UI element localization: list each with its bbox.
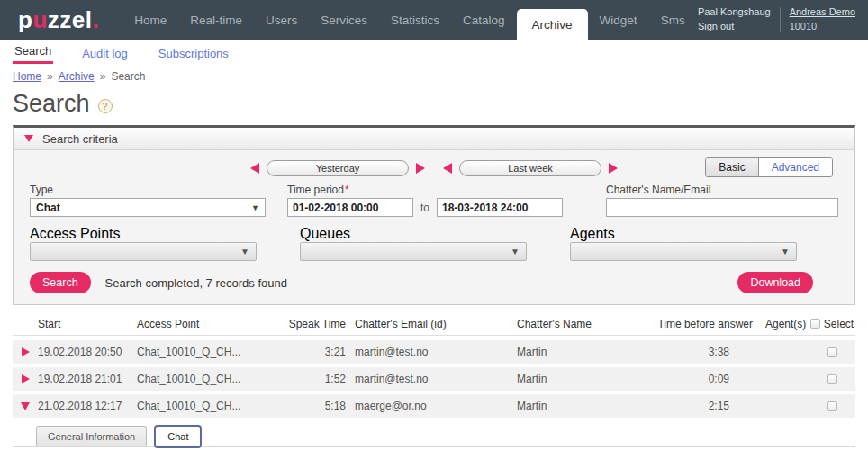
type-select-value: Chat: [36, 202, 60, 214]
table-row[interactable]: 19.02.2018 21:01Chat_10010_Q_CH...1:52ma…: [13, 367, 855, 391]
breadcrumb-archive[interactable]: Archive: [59, 70, 95, 83]
cell-speak-time: 1:52: [283, 373, 346, 385]
basic-mode-button[interactable]: Basic: [706, 158, 758, 176]
nav-item-archive[interactable]: Archive: [517, 9, 588, 40]
breadcrumb-separator: »: [100, 70, 106, 83]
type-label: Type: [30, 184, 266, 196]
cell-chatter-name: Martin: [517, 346, 652, 358]
user-divider: [780, 7, 781, 32]
type-select[interactable]: Chat ▼: [30, 198, 266, 217]
last-week-button[interactable]: Last week: [459, 160, 601, 176]
cell-chatter-name: Martin: [517, 400, 652, 412]
sub-nav: SearchAudit logSubscriptions: [0, 40, 868, 64]
results-table: StartAccess PointSpeak TimeChatter's Ema…: [13, 312, 855, 450]
tab-chat[interactable]: Chat: [154, 425, 202, 448]
subnav-item-audit-log[interactable]: Audit log: [80, 44, 130, 64]
chatter-label: Chatter's Name/Email: [606, 184, 838, 196]
cell-time-before-answer: 3:38: [652, 346, 753, 358]
tab-general-information[interactable]: General Information: [36, 426, 147, 446]
cell-access-point: Chat_10010_Q_CH...: [137, 400, 283, 412]
user-name: Paal Kongshaug: [698, 5, 771, 20]
row-checkbox[interactable]: [827, 401, 837, 411]
prev-week-arrow-icon[interactable]: [443, 163, 452, 174]
cell-chatter-email: maerge@or.no: [346, 400, 517, 412]
nav-item-real-time[interactable]: Real-time: [178, 0, 254, 40]
access-points-label: Access Points: [30, 226, 120, 241]
customer-link[interactable]: Andreas Demo: [790, 6, 855, 17]
nav-item-statistics[interactable]: Statistics: [379, 0, 451, 40]
nav-item-sms[interactable]: Sms: [649, 0, 697, 40]
required-mark: *: [345, 184, 349, 196]
cell-start: 21.02.2018 12:17: [38, 400, 137, 412]
next-day-arrow-icon[interactable]: [416, 163, 425, 174]
nav-item-catalog[interactable]: Catalog: [451, 0, 517, 40]
nav-item-users[interactable]: Users: [254, 0, 309, 40]
table-row[interactable]: 21.02.2018 12:17Chat_10010_Q_CH...5:18ma…: [13, 394, 855, 418]
chevron-down-icon: ▼: [781, 247, 790, 256]
search-criteria-panel: Search criteria Yesterday Last week Basi…: [13, 125, 855, 305]
logo-text: p: [18, 6, 32, 34]
help-icon[interactable]: ?: [98, 99, 113, 113]
search-status: Search completed, 7 records found: [105, 276, 287, 290]
yesterday-button[interactable]: Yesterday: [267, 160, 409, 176]
advanced-mode-button[interactable]: Advanced: [759, 158, 832, 176]
expand-row-icon[interactable]: [22, 347, 30, 356]
prev-day-arrow-icon[interactable]: [250, 163, 259, 174]
expanded-row-detail: General InformationChatThis chat log is …: [13, 421, 855, 450]
criteria-header[interactable]: Search criteria: [14, 128, 854, 150]
cell-speak-time: 3:21: [283, 346, 346, 358]
column-header-time-before-answer: Time before answer: [652, 318, 753, 330]
expand-row-icon[interactable]: [22, 374, 30, 383]
nav-item-widget[interactable]: Widget: [588, 0, 649, 40]
column-header-chatter-s-name: Chatter's Name: [517, 318, 652, 330]
cell-time-before-answer: 2:15: [652, 400, 753, 412]
to-label: to: [420, 202, 429, 214]
time-to-input[interactable]: [437, 198, 563, 217]
cell-start: 19.02.2018 20:50: [38, 346, 137, 358]
collapse-row-icon[interactable]: [21, 402, 30, 410]
cell-access-point: Chat_10010_Q_CH...: [137, 346, 283, 358]
top-nav: puzzel. HomeReal-timeUsersServicesStatis…: [0, 0, 868, 40]
agents-label: Agents: [570, 226, 615, 241]
search-button[interactable]: Search: [30, 272, 91, 293]
chatter-input[interactable]: [606, 198, 838, 217]
sign-out-link[interactable]: Sign out: [698, 21, 734, 32]
chevron-down-icon: ▼: [251, 203, 259, 212]
column-header-agent-s: Agent(s): [753, 318, 809, 330]
next-week-arrow-icon[interactable]: [609, 163, 618, 174]
breadcrumb-separator: »: [47, 70, 53, 83]
row-checkbox[interactable]: [827, 374, 837, 384]
select-all-checkbox[interactable]: [810, 319, 820, 328]
chevron-down-icon: ▼: [240, 247, 249, 256]
subnav-item-search[interactable]: Search: [13, 41, 53, 64]
puzzel-logo[interactable]: puzzel.: [0, 0, 122, 40]
column-header-access-point: Access Point: [137, 318, 283, 330]
cell-chatter-email: martin@test.no: [346, 346, 517, 358]
cell-start: 19.02.2018 21:01: [38, 373, 137, 385]
detail-tabs: General InformationChat: [13, 425, 855, 447]
queues-select[interactable]: ▼: [300, 242, 527, 261]
logo-u: u: [32, 6, 47, 34]
nav-item-services[interactable]: Services: [309, 0, 379, 40]
breadcrumb-home[interactable]: Home: [13, 70, 41, 83]
row-checkbox[interactable]: [827, 347, 837, 357]
nav-item-home[interactable]: Home: [122, 0, 178, 40]
download-button[interactable]: Download: [737, 272, 813, 293]
breadcrumb-search: Search: [111, 70, 145, 83]
access-points-select[interactable]: ▼: [30, 242, 257, 261]
logo-dot: .: [92, 6, 99, 34]
agents-select[interactable]: ▼: [570, 242, 797, 261]
page-title: Search: [13, 90, 90, 118]
column-header-speak-time: Speak Time: [283, 318, 346, 330]
cell-speak-time: 5:18: [283, 400, 346, 412]
table-row[interactable]: 19.02.2018 20:50Chat_10010_Q_CH...3:21ma…: [13, 340, 855, 364]
queues-label: Queues: [300, 226, 350, 241]
table-header-row: StartAccess PointSpeak TimeChatter's Ema…: [13, 312, 855, 336]
column-header-select: Select: [809, 318, 855, 330]
subnav-item-subscriptions[interactable]: Subscriptions: [157, 44, 231, 64]
select-header-label: Select: [824, 318, 854, 330]
time-from-input[interactable]: [287, 198, 413, 217]
cell-time-before-answer: 0:09: [652, 373, 753, 385]
collapse-icon: [24, 135, 33, 142]
column-header-start: Start: [38, 318, 137, 330]
